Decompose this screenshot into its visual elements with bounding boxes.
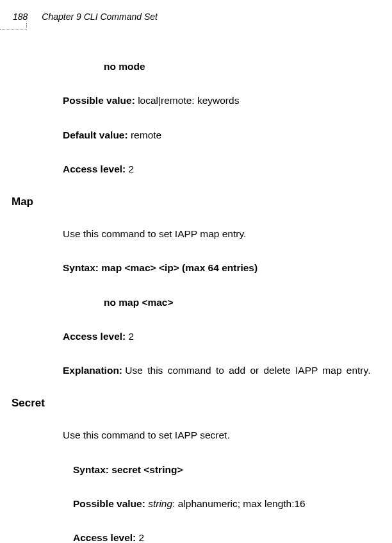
secret-access-level-label: Access level:	[73, 532, 139, 543]
secret-possible-value-label: Possible value:	[73, 498, 148, 509]
map-explanation-text: Use this command to add or delete IAPP m…	[125, 365, 370, 376]
decorative-border	[0, 23, 27, 29]
map-access-level-text: 2	[129, 331, 135, 342]
map-heading: Map	[12, 196, 379, 208]
default-value-text: remote	[131, 129, 161, 140]
map-syntax: Syntax: map <mac> <ip> (max 64 entries)	[63, 260, 379, 275]
secret-possible-value-row: Possible value: string: alphanumeric; ma…	[73, 496, 379, 511]
content-area: no mode Possible value: local|remote: ke…	[0, 33, 392, 543]
possible-value-label: Possible value:	[63, 95, 138, 106]
access-level-label: Access level:	[63, 163, 129, 174]
access-level-text: 2	[129, 163, 135, 174]
secret-description: Use this command to set IAPP secret.	[63, 428, 379, 442]
secret-heading: Secret	[12, 397, 379, 410]
map-explanation-row: Explanation: Use this command to add or …	[63, 363, 379, 378]
map-access-level-label: Access level:	[63, 331, 129, 342]
default-value-label: Default value:	[63, 129, 131, 140]
secret-access-level-row: Access level: 2	[73, 530, 379, 543]
possible-value-text: local|remote: keywords	[138, 95, 239, 106]
map-description: Use this command to set IAPP map entry.	[63, 226, 379, 241]
secret-access-level-text: 2	[139, 532, 145, 543]
secret-possible-value-text: : alphanumeric; max length:16	[172, 498, 306, 509]
chapter-title: Chapter 9 CLI Command Set	[42, 12, 158, 22]
no-map-text: no map <mac>	[104, 295, 379, 310]
secret-possible-value-string: string	[148, 498, 172, 509]
secret-syntax: Syntax: secret <string>	[73, 462, 379, 477]
no-mode-text: no mode	[104, 59, 379, 74]
map-access-level-row: Access level: 2	[63, 329, 379, 344]
page-number: 188	[13, 12, 28, 22]
access-level-row: Access level: 2	[63, 162, 379, 176]
page-header: 188 Chapter 9 CLI Command Set	[0, 12, 392, 22]
default-value-row: Default value: remote	[63, 128, 379, 142]
map-explanation-label: Explanation:	[63, 365, 125, 376]
possible-value-row: Possible value: local|remote: keywords	[63, 93, 379, 108]
